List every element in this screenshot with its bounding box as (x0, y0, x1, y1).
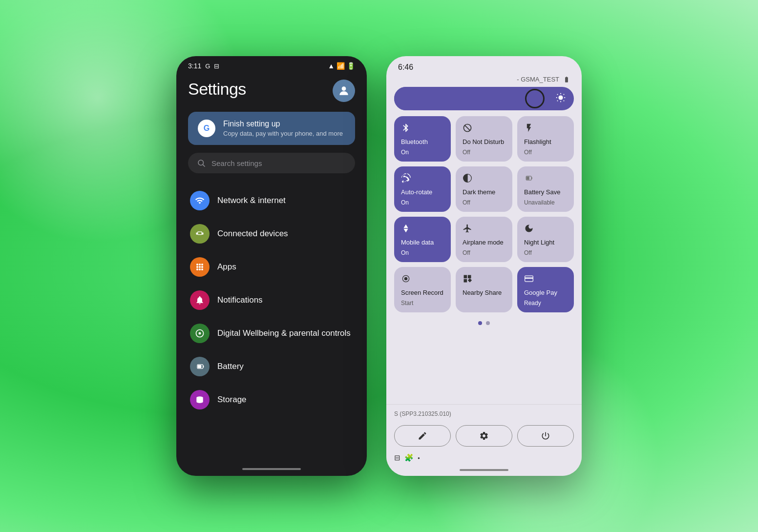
settings-item-battery[interactable]: Battery (188, 351, 355, 382)
brightness-fill (394, 87, 516, 110)
storage-icon (190, 390, 210, 409)
googlepay-label: Google Pay (524, 289, 567, 297)
qs-tile-bluetooth[interactable]: Bluetooth On (394, 116, 451, 162)
svg-point-8 (201, 264, 203, 266)
airplane-sub: Off (463, 249, 505, 256)
status-bar-left: 3:11 G ⊟ (188, 62, 219, 70)
settings-button[interactable] (456, 425, 512, 447)
svg-point-10 (199, 266, 201, 268)
qs-tile-googlepay[interactable]: Google Pay Ready (517, 267, 574, 312)
search-bar[interactable]: Search settings (188, 153, 355, 173)
qs-tile-airplane[interactable]: Airplane mode Off (456, 217, 512, 262)
settings-item-wellbeing[interactable]: Digital Wellbeing & parental controls (188, 318, 355, 349)
qs-tile-mobiledata[interactable]: Mobile data On (394, 217, 451, 262)
edit-button[interactable] (394, 425, 451, 447)
svg-line-2 (203, 164, 205, 166)
qs-tile-flashlight[interactable]: Flashlight Off (517, 116, 574, 162)
phones-container: 3:11 G ⊟ ▲ 📶 🔋 Settings (176, 56, 582, 476)
nearbyshare-label: Nearby Share (463, 289, 505, 297)
qs-footer: S (SPP3.210325.010) ⊟ 🧩 ● (386, 404, 582, 476)
svg-rect-22 (526, 177, 529, 180)
search-placeholder: Search settings (211, 159, 262, 167)
svg-point-19 (558, 95, 563, 100)
power-button[interactable] (517, 425, 574, 447)
qs-tile-nightlight[interactable]: Night Light Off (517, 217, 574, 262)
settings-phone: 3:11 G ⊟ ▲ 📶 🔋 Settings (176, 56, 367, 476)
flashlight-icon (524, 123, 567, 135)
svg-point-11 (201, 266, 203, 268)
googlepay-icon (524, 274, 567, 286)
screenrec-icon (401, 274, 444, 286)
flashlight-sub: Off (524, 149, 567, 156)
settings-item-notifications[interactable]: Notifications (188, 285, 355, 316)
qs-content: Bluetooth On Do Not Disturb Off Fl (386, 87, 582, 404)
quick-settings-phone: 6:46 - GSMA_TEST (386, 56, 582, 476)
wellbeing-label: Digital Wellbeing & parental controls (217, 328, 351, 338)
qs-tile-darktheme[interactable]: Dark theme Off (456, 166, 512, 212)
autorotate-icon (401, 173, 444, 185)
mobiledata-label: Mobile data (401, 239, 444, 246)
autorotate-label: Auto-rotate (401, 188, 444, 196)
settings-item-network[interactable]: Network & internet (188, 185, 355, 216)
bluetooth-label: Bluetooth (401, 138, 444, 146)
signal-icon: 📶 (337, 62, 345, 70)
darktheme-icon (463, 173, 505, 185)
darktheme-sub: Off (463, 199, 505, 206)
home-indicator (242, 468, 301, 470)
qs-dot-1[interactable] (478, 321, 482, 325)
qs-carrier: - GSMA_TEST (386, 76, 582, 87)
svg-point-13 (199, 268, 201, 270)
qs-dot-2[interactable] (486, 321, 490, 325)
dnd-label: Do Not Disturb (463, 138, 505, 146)
dot-icon: ● (418, 456, 420, 460)
connected-label: Connected devices (217, 229, 288, 239)
settings-item-connected[interactable]: Connected devices (188, 218, 355, 249)
flashlight-label: Flashlight (524, 138, 567, 146)
page-title: Settings (188, 80, 246, 99)
nightlight-label: Night Light (524, 239, 567, 246)
airplane-icon (463, 224, 505, 236)
darktheme-label: Dark theme (463, 188, 505, 196)
sim-status-icon: ⊟ (394, 453, 400, 462)
network-icon (190, 191, 210, 210)
qs-tile-autorotate[interactable]: Auto-rotate On (394, 166, 451, 212)
svg-rect-4 (196, 233, 198, 235)
qs-tile-screenrec[interactable]: Screen Record Start (394, 267, 451, 312)
svg-point-9 (196, 266, 198, 268)
autorotate-sub: On (401, 199, 444, 206)
signal-icon (563, 76, 570, 83)
search-icon (197, 159, 206, 167)
finish-heading: Finish setting up (223, 120, 343, 128)
svg-rect-5 (202, 233, 203, 235)
qs-status-bar: 6:46 (386, 56, 582, 76)
qs-version: S (SPP3.210325.010) (394, 409, 574, 421)
airplane-label: Airplane mode (463, 239, 505, 246)
settings-item-apps[interactable]: Apps (188, 251, 355, 283)
status-bar-right: ▲ 📶 🔋 (328, 62, 355, 70)
settings-list: Network & internet Connected devices App… (188, 185, 355, 415)
svg-point-15 (199, 332, 201, 335)
nearbyshare-icon (463, 274, 505, 286)
svg-point-0 (342, 86, 346, 91)
brightness-slider[interactable] (394, 87, 574, 110)
brightness-icon (555, 92, 566, 105)
batterysave-icon (524, 173, 567, 185)
network-label: Network & internet (217, 196, 286, 205)
avatar[interactable] (333, 80, 355, 102)
settings-item-storage[interactable]: Storage (188, 384, 355, 415)
finish-setup-text: Finish setting up Copy data, pay with yo… (223, 120, 343, 137)
batterysave-label: Battery Save (524, 188, 567, 196)
screenrec-sub: Start (401, 300, 444, 307)
batterysave-sub: Unavailable (524, 199, 567, 206)
dnd-sub: Off (463, 149, 505, 156)
qs-tile-batterysave[interactable]: Battery Save Unavailable (517, 166, 574, 212)
apps-icon (190, 257, 210, 277)
qs-home-indicator (460, 469, 508, 471)
qs-tile-dnd[interactable]: Do Not Disturb Off (456, 116, 512, 162)
qs-tile-nearbyshare[interactable]: Nearby Share (456, 267, 512, 312)
svg-rect-3 (198, 232, 202, 235)
finish-setup-card[interactable]: G Finish setting up Copy data, pay with … (188, 112, 355, 145)
bluetooth-sub: On (401, 149, 444, 156)
brightness-handle[interactable] (525, 89, 545, 108)
svg-rect-17 (198, 365, 202, 368)
